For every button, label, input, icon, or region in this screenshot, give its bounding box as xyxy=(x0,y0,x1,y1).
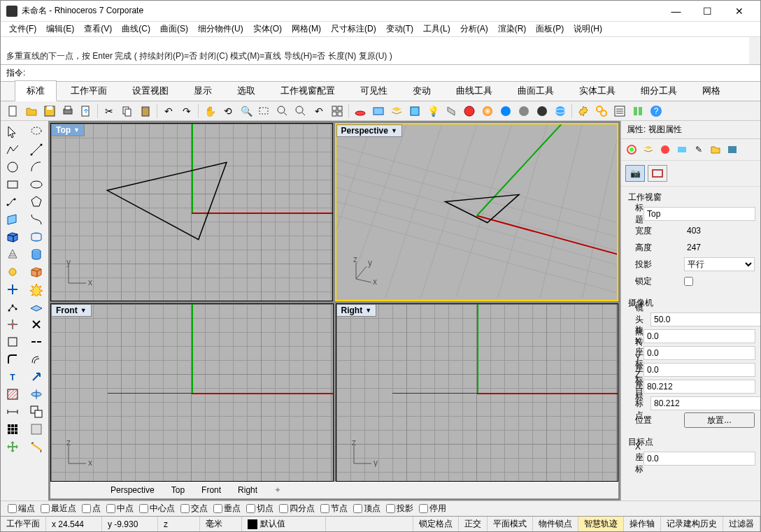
osnap-vertex[interactable]: 顶点 xyxy=(353,503,380,515)
spotlight-icon[interactable] xyxy=(443,103,460,120)
solid-box-icon[interactable] xyxy=(3,229,22,245)
library-tab-icon[interactable] xyxy=(708,142,723,157)
redo-icon[interactable]: ↷ xyxy=(178,103,195,120)
rotate-view-icon[interactable]: ⟲ xyxy=(220,103,236,120)
tab-surfacetools[interactable]: 曲面工具 xyxy=(506,81,565,101)
osnap-near[interactable]: 最近点 xyxy=(41,503,76,515)
command-history[interactable]: 多重直线的下一点，按 Enter 完成 ( 持续封闭(P)=否 封闭(C) 模式… xyxy=(1,37,760,65)
viewport-title-input[interactable] xyxy=(643,207,755,221)
menu-panels[interactable]: 面板(P) xyxy=(532,22,568,36)
menu-transform[interactable]: 变动(T) xyxy=(382,22,418,36)
viewport-props-icon[interactable]: 📷 xyxy=(625,165,645,182)
camera-y-input[interactable] xyxy=(643,363,755,377)
help-tab-icon[interactable] xyxy=(725,142,740,157)
camera-target-dist-input[interactable] xyxy=(650,396,760,410)
osnap-disable[interactable]: 停用 xyxy=(419,503,446,515)
sun-tab-icon[interactable]: ✎ xyxy=(691,142,706,157)
menu-curve[interactable]: 曲线(C) xyxy=(118,22,155,36)
help-icon[interactable]: ? xyxy=(648,103,664,120)
revolve-icon[interactable] xyxy=(27,386,46,403)
properties-icon[interactable] xyxy=(593,103,610,120)
tab-cplanes[interactable]: 工作平面 xyxy=(59,81,118,101)
status-ortho[interactable]: 正交 xyxy=(459,517,488,531)
osnap-int[interactable]: 交点 xyxy=(180,503,208,515)
tab-meshtools[interactable]: 网格 xyxy=(691,81,732,101)
extend-icon[interactable] xyxy=(27,211,46,228)
undo-icon[interactable]: ↶ xyxy=(160,103,177,120)
viewport-label-front[interactable]: Front▼ xyxy=(51,304,92,317)
menu-mesh[interactable]: 网格(M) xyxy=(287,22,325,36)
copy-icon[interactable] xyxy=(119,103,136,120)
zoom-extents-all-icon[interactable] xyxy=(292,103,309,120)
history-icon[interactable] xyxy=(611,103,628,120)
points-on-icon[interactable] xyxy=(3,299,22,315)
menu-tools[interactable]: 工具(L) xyxy=(419,22,455,36)
polyline-icon[interactable] xyxy=(3,141,22,158)
grid-tool-icon[interactable] xyxy=(3,421,22,438)
hide-icon[interactable] xyxy=(515,103,532,120)
arc-icon[interactable] xyxy=(27,159,46,175)
pan-icon[interactable]: ✋ xyxy=(201,103,218,120)
vtab-front[interactable]: Front xyxy=(197,484,225,496)
import-icon[interactable] xyxy=(78,103,94,120)
undo-view-icon[interactable]: ↶ xyxy=(311,103,327,120)
line-icon[interactable] xyxy=(27,141,46,158)
osnap-mid[interactable]: 中点 xyxy=(106,503,134,515)
menu-surface[interactable]: 曲面(S) xyxy=(156,22,192,36)
environment-icon[interactable] xyxy=(552,103,569,120)
tab-subdtools[interactable]: 细分工具 xyxy=(630,81,688,101)
gear-tool-icon[interactable] xyxy=(3,264,22,280)
direction-icon[interactable] xyxy=(27,368,46,385)
join-icon[interactable] xyxy=(27,316,46,333)
explode-icon[interactable] xyxy=(27,281,46,298)
properties-tab-icon[interactable] xyxy=(624,142,639,157)
pointer-icon[interactable] xyxy=(3,124,22,141)
materials-tab-icon[interactable] xyxy=(657,142,673,157)
status-cplane[interactable]: 工作平面 xyxy=(1,517,46,531)
vtab-perspective[interactable]: Perspective xyxy=(106,484,159,496)
object-props-icon[interactable] xyxy=(648,165,667,182)
osnap-perp[interactable]: 垂点 xyxy=(213,503,241,515)
vtab-right[interactable]: Right xyxy=(234,484,262,496)
group-icon[interactable] xyxy=(27,403,46,420)
zoom-extents-icon[interactable] xyxy=(274,103,291,120)
status-unit[interactable]: 毫米 xyxy=(200,517,242,531)
toolbar-layout-icon[interactable] xyxy=(630,103,646,120)
tab-curvetools[interactable]: 曲线工具 xyxy=(445,81,504,101)
loft-icon[interactable] xyxy=(27,229,46,245)
camera-lens-input[interactable] xyxy=(650,312,760,326)
text-icon[interactable]: T xyxy=(3,368,22,385)
set-cplane-icon[interactable] xyxy=(352,103,369,120)
tab-select[interactable]: 选取 xyxy=(226,81,266,101)
print-icon[interactable] xyxy=(59,103,76,120)
command-prompt[interactable]: 指令: xyxy=(1,65,760,82)
edge-icon[interactable] xyxy=(3,333,22,350)
viewport-label-perspective[interactable]: Perspective▼ xyxy=(336,124,402,137)
lasso-icon[interactable] xyxy=(27,124,46,141)
layers-icon[interactable] xyxy=(388,103,405,120)
fillet-icon[interactable] xyxy=(3,351,22,368)
menu-help[interactable]: 说明(H) xyxy=(569,22,606,36)
status-gridsnap[interactable]: 锁定格点 xyxy=(413,517,459,531)
viewport-lock-checkbox[interactable] xyxy=(684,277,693,286)
four-view-icon[interactable] xyxy=(329,103,346,120)
distance-icon[interactable] xyxy=(27,438,46,455)
tab-standard[interactable]: 标准 xyxy=(15,80,57,101)
paste-icon[interactable] xyxy=(137,103,154,120)
menu-file[interactable]: 文件(F) xyxy=(5,22,41,36)
polygon-icon[interactable] xyxy=(27,194,46,210)
status-planar[interactable]: 平面模式 xyxy=(488,517,533,531)
menu-render[interactable]: 渲染(R) xyxy=(494,22,531,36)
close-button[interactable]: ✕ xyxy=(723,1,755,21)
zoom-dynamic-icon[interactable]: 🔍 xyxy=(238,103,255,120)
status-osnap[interactable]: 物件锁点 xyxy=(533,517,578,531)
tab-transform[interactable]: 变动 xyxy=(401,81,442,101)
open-icon[interactable] xyxy=(23,103,40,120)
show-icon[interactable] xyxy=(534,103,550,120)
tab-visibility[interactable]: 可见性 xyxy=(349,81,399,101)
osnap-end[interactable]: 端点 xyxy=(8,503,35,515)
render-preview-icon[interactable] xyxy=(497,103,514,120)
options-icon[interactable] xyxy=(575,103,592,120)
viewport-right[interactable]: Right▼ yz xyxy=(336,303,619,482)
save-icon[interactable] xyxy=(41,103,58,120)
